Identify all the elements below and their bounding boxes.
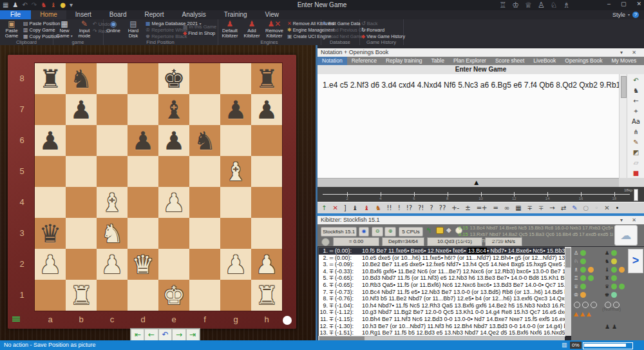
square-d3[interactable] <box>128 218 158 249</box>
red-marker-icon[interactable]: ■ <box>627 170 644 177</box>
engine-line-row[interactable]: 6.∓(-0.65):10.Rb3 Qa5▪ 11.f5 (or 11.Bxf6… <box>319 282 565 289</box>
highlighted-move[interactable]: 13.Bc4 <box>468 248 487 254</box>
square-h3[interactable] <box>251 218 282 249</box>
default-kibitzer-button[interactable]: ♟ Default Kibitzer <box>219 20 241 39</box>
annotation-symbol[interactable]: ] <box>344 202 346 214</box>
square-e5[interactable] <box>158 156 189 187</box>
black-piece-h8[interactable]: ♜ <box>251 63 282 94</box>
close-button[interactable]: ✕ <box>636 1 641 7</box>
annotation-symbol[interactable]: ↑ <box>321 202 327 214</box>
insert-line-icon[interactable]: ← <box>627 97 644 104</box>
find-in-shop-button[interactable]: ◆Find in Shop <box>183 30 215 37</box>
white-piece-e4[interactable]: ♟ <box>158 187 189 218</box>
back-button[interactable]: ↺Back <box>361 21 377 27</box>
square-b6[interactable] <box>66 125 97 156</box>
engine-select-button[interactable]: Stockfish 15.1 <box>321 227 357 237</box>
notation-moves-area[interactable]: 1.e4 c5 2.Nf3 d6 3.d4 cxd4 4.Nxd4 Nf6 5.… <box>317 74 619 178</box>
engine-line-row[interactable]: 7.∓(-0.73):10.Bc4 Nbd7 11.f5 e5▪ 12.Nb3 … <box>319 289 565 296</box>
annotation-symbol[interactable]: ✎ <box>572 202 577 214</box>
engine-line-row[interactable]: 9.∓(-1.04):10.h4 Nbd7▪ 11.f5 Nc5 12.Rh3 … <box>319 302 565 309</box>
pin-icon[interactable]: ◆ <box>446 226 451 233</box>
black-piece-e6[interactable]: ♟ <box>158 125 189 156</box>
copy-game-button[interactable]: ▥Copy Game <box>23 27 55 34</box>
cloud-engine-button[interactable]: ☁ <box>614 225 638 246</box>
square-f3[interactable] <box>189 218 220 249</box>
annotation-symbol[interactable]: !? <box>406 202 412 214</box>
square-d4[interactable] <box>128 187 158 218</box>
font-icon[interactable]: Aa <box>627 118 644 125</box>
square-d8[interactable] <box>128 63 158 94</box>
square-d7[interactable] <box>128 94 158 125</box>
engine-lines-list[interactable]: 1.=(0.00):10.f5 Be7 11.fxe6▪ Bxe6▪ 12.Nx… <box>318 247 565 336</box>
pause-engine-button[interactable]: ◉ <box>359 227 369 237</box>
menu-tab-home[interactable]: Home <box>31 10 66 19</box>
move-list[interactable]: 1.e4 c5 2.Nf3 d6 3.d4 cxd4 4.Nxd4 Nf6 5.… <box>323 81 639 90</box>
input-mode-button[interactable]: ✎ Input mode <box>74 20 95 39</box>
square-b4[interactable] <box>66 187 97 218</box>
annotation-symbol[interactable]: ✕ <box>604 202 609 214</box>
square-a7[interactable] <box>35 94 66 125</box>
hard-disk-button[interactable]: ▤ Hard Disk <box>124 20 143 39</box>
hand-move-icon[interactable]: ✦ <box>627 108 644 115</box>
menu-tab-analysis[interactable]: Analysis <box>173 10 215 19</box>
square-c8[interactable] <box>97 63 128 94</box>
game-timeline[interactable]: 18kp 24681012141618 <box>317 187 644 202</box>
black-piece-b8[interactable]: ♞ <box>66 63 97 94</box>
white-piece-g5[interactable]: ♝ <box>220 156 251 187</box>
white-piece-c2[interactable]: ♟ <box>97 249 128 280</box>
tab-reference[interactable]: Reference <box>347 57 381 65</box>
black-piece-a8[interactable]: ♜ <box>35 63 66 94</box>
takeback-button[interactable]: ↶ <box>158 329 172 342</box>
minimize-button[interactable]: – <box>607 1 611 7</box>
annotation-symbol[interactable]: ∓ <box>538 202 544 214</box>
annotation-symbol[interactable]: ± <box>465 202 470 214</box>
white-piece-g2[interactable]: ♟ <box>220 249 251 280</box>
square-c1[interactable] <box>97 280 128 311</box>
annotation-symbol[interactable]: ♞ <box>375 202 381 214</box>
square-c7[interactable] <box>97 94 128 125</box>
panel-buttons[interactable]: ▾ ✕ <box>620 216 640 224</box>
square-g6[interactable] <box>220 125 251 156</box>
engine-list-scrollbar[interactable] <box>565 247 571 336</box>
menu-tab-board[interactable]: Board <box>100 10 136 19</box>
engine-line-row[interactable]: 10.∓(-1.12):10.g3 Nbd7 11.Bg2 Be7 12.0-0… <box>319 309 565 316</box>
square-a1[interactable] <box>35 280 66 311</box>
annotation-symbol[interactable]: ? <box>430 202 433 214</box>
annotation-symbol[interactable]: ?? <box>439 202 446 214</box>
forward-button[interactable]: ↻Forward <box>361 27 384 34</box>
engine-line-row[interactable]: 1.=(0.00):10.f5 Be7 11.fxe6▪ Bxe6▪ 12.Nx… <box>319 248 565 255</box>
cpus-button[interactable]: 5 CPUs <box>399 227 423 237</box>
players-icon[interactable]: ◩ <box>627 149 644 156</box>
annotation-symbol[interactable]: ∞ <box>504 202 509 214</box>
engine-line-row[interactable]: 12.∓(-1.30):10.h3 Be7 (or 10...Nbd7) 11.… <box>319 323 565 330</box>
annotation-symbol[interactable]: !! <box>387 202 392 214</box>
white-piece-c4[interactable]: ♝ <box>97 187 128 218</box>
forward-button[interactable]: → <box>172 329 185 342</box>
annotation-symbol[interactable]: ◦ <box>594 202 598 214</box>
square-e2[interactable] <box>158 249 189 280</box>
annotation-symbol[interactable]: +- <box>451 202 459 214</box>
black-piece-d6[interactable]: ♟ <box>128 125 158 156</box>
square-g4[interactable] <box>220 187 251 218</box>
in-this-game-button[interactable]: ▦In this Game <box>183 24 216 30</box>
zoom-in-button[interactable]: ⊕ <box>384 227 396 237</box>
annotation-symbol[interactable]: → <box>549 202 554 214</box>
tab-table[interactable]: Table <box>427 57 449 65</box>
lock-icon[interactable] <box>436 227 444 234</box>
white-piece-h1[interactable]: ♜ <box>251 280 282 311</box>
engine-line-row[interactable]: 2.=(0.00):10.e5 dxe5 (or 10...h6) 11.fxe… <box>319 255 565 262</box>
white-piece-a2[interactable]: ♟ <box>35 249 66 280</box>
paste-game-button[interactable]: ▣ Paste Game <box>1 20 22 39</box>
tab-my-moves[interactable]: My Moves <box>607 57 641 65</box>
square-h4[interactable] <box>251 187 282 218</box>
chess-board[interactable]: ♜♞♚♜♟♝♟♟♟♟♟♞♝♝♟♛♞♟♟♛♟♟♜♚♜ 87654321 abcde… <box>8 55 296 329</box>
white-piece-d2[interactable]: ♛ <box>128 249 158 280</box>
tab-livebook[interactable]: LiveBook <box>529 57 560 65</box>
goto-end-button[interactable]: ⇥ <box>186 329 200 342</box>
annotation-symbol[interactable]: ⇄ <box>561 202 566 214</box>
square-g3[interactable] <box>220 218 251 249</box>
square-e3[interactable] <box>158 218 189 249</box>
square-g1[interactable] <box>220 280 251 311</box>
move-slider[interactable]: ▲ <box>317 178 619 188</box>
square-f5[interactable] <box>189 156 220 187</box>
